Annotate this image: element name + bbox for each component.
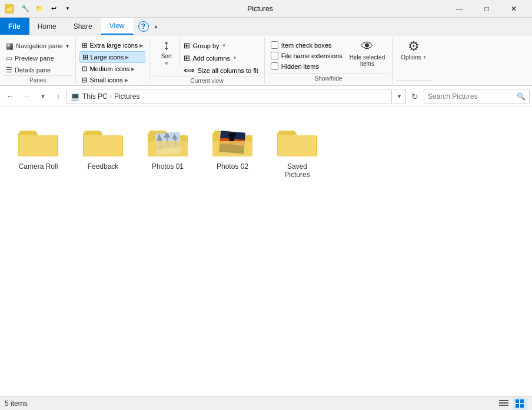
hidden-items-checkbox[interactable]	[271, 62, 278, 70]
path-segment-pictures: Pictures	[114, 92, 139, 101]
qat-dropdown-btn[interactable]: ▼	[61, 2, 74, 15]
extra-large-icons-btn[interactable]: ⊞ Extra large icons ▶	[79, 40, 145, 51]
item-checkboxes-label: Item check boxes	[281, 42, 332, 49]
group-by-icon: ⊞	[184, 41, 190, 50]
small-icons-arrow: ▶	[125, 78, 128, 83]
svg-rect-18	[499, 402, 508, 404]
search-box: 🔍	[424, 89, 530, 104]
ribbon-group-currentview: ↕ Sort ▼ ⊞ Group by ▼ ⊞ Add columns	[149, 38, 264, 83]
medium-icons-arrow: ▶	[131, 66, 135, 72]
folder-item-photos01[interactable]: Photos 01	[141, 119, 194, 182]
add-columns-btn[interactable]: ⊞ Add columns ▼	[181, 52, 260, 64]
item-checkboxes-checkbox[interactable]	[271, 41, 278, 49]
status-bar: 5 items	[0, 396, 532, 410]
large-view-icon	[516, 399, 525, 408]
main-window: 📁 🔧 📁 ↩ ▼ Pictures — □ ✕ File Home Share…	[0, 0, 532, 410]
qat-properties-btn[interactable]: 🔧	[19, 2, 32, 15]
folder-svg-photos01	[147, 122, 189, 160]
file-extensions-label: File name extensions	[281, 52, 343, 59]
options-icon: ⚙	[408, 40, 420, 53]
group-by-arrow: ▼	[222, 43, 227, 48]
tab-home[interactable]: Home	[29, 18, 65, 35]
panes-buttons: ▦ Navigation pane ▼ ▭ Preview pane ☰ Det…	[4, 38, 72, 75]
minimize-button[interactable]: —	[446, 0, 473, 18]
currentview-buttons: ↕ Sort ▼ ⊞ Group by ▼ ⊞ Add columns	[153, 38, 260, 76]
panes-column: ▦ Navigation pane ▼ ▭ Preview pane ☰ Det…	[4, 38, 72, 75]
window-icons: 📁	[5, 4, 14, 14]
search-input[interactable]	[428, 92, 517, 101]
folder-svg-saved-pictures	[276, 122, 318, 160]
tab-view[interactable]: View	[101, 18, 134, 35]
refresh-button[interactable]: ↻	[407, 89, 423, 104]
back-button[interactable]: ←	[2, 89, 18, 104]
path-arrow-1: ›	[110, 93, 112, 99]
hidden-items-row[interactable]: Hidden items	[268, 61, 345, 71]
options-btn[interactable]: ⚙ Options ▼	[396, 38, 431, 63]
options-arrow: ▼	[423, 55, 427, 60]
search-icon[interactable]: 🔍	[517, 92, 526, 101]
size-columns-btn[interactable]: ⟺ Size all columns to fit	[181, 65, 260, 76]
ribbon-tabs: File Home Share View ? ▲	[0, 18, 532, 35]
folder-item-photos02[interactable]: Photos 02	[206, 119, 259, 182]
help-button[interactable]: ?	[138, 21, 149, 32]
tab-file[interactable]: File	[0, 18, 29, 35]
options-buttons: ⚙ Options ▼	[396, 38, 431, 80]
window-title: Pictures	[74, 5, 446, 13]
preview-pane-label: Preview pane	[15, 55, 54, 62]
recent-btn[interactable]: ▼	[35, 89, 51, 104]
maximize-button[interactable]: □	[473, 0, 500, 18]
forward-button[interactable]: →	[19, 89, 34, 104]
nav-pane-label: Navigation pane	[16, 42, 63, 49]
details-pane-icon: ☰	[6, 66, 12, 74]
title-bar: 📁 🔧 📁 ↩ ▼ Pictures — □ ✕	[0, 0, 532, 18]
folder-item-feedback[interactable]: Feedback	[77, 119, 129, 182]
hidden-items-label: Hidden items	[281, 63, 319, 70]
medium-icons-btn[interactable]: ⊡ Medium icons ▶	[79, 64, 145, 74]
details-pane-btn[interactable]: ☰ Details pane	[4, 65, 72, 75]
ribbon-group-showhide: Item check boxes File name extensions Hi…	[265, 38, 393, 83]
file-extensions-row[interactable]: File name extensions	[268, 51, 345, 61]
item-checkboxes-row[interactable]: Item check boxes	[268, 40, 345, 50]
large-icons-arrow: ▶	[125, 55, 129, 60]
preview-pane-btn[interactable]: ▭ Preview pane	[4, 53, 72, 64]
preview-pane-icon: ▭	[6, 54, 12, 62]
file-extensions-checkbox[interactable]	[271, 52, 278, 59]
group-by-btn[interactable]: ⊞ Group by ▼	[181, 40, 260, 51]
svg-rect-15	[228, 132, 235, 136]
status-count: 5 items	[5, 399, 28, 408]
folder-icon-feedback	[82, 122, 124, 160]
small-icons-btn[interactable]: ⊟ Small icons ▶	[79, 75, 145, 85]
status-list-view-btn[interactable]	[497, 398, 511, 409]
qat-undo-btn[interactable]: ↩	[47, 2, 60, 15]
folder-item-saved-pictures[interactable]: Saved Pictures	[271, 119, 324, 182]
address-bar: ← → ▼ ↑ 💻 This PC › Pictures ▼ ↻ 🔍	[0, 86, 532, 107]
small-icons-label: Small icons	[89, 76, 122, 84]
nav-pane-arrow: ▼	[65, 44, 70, 49]
folder-label-photos02: Photos 02	[217, 162, 248, 171]
navigation-pane-btn[interactable]: ▦ Navigation pane ▼	[4, 40, 72, 52]
close-button[interactable]: ✕	[500, 0, 527, 18]
add-columns-arrow: ▼	[232, 55, 237, 61]
status-large-view-btn[interactable]	[513, 398, 527, 409]
showhide-buttons: Item check boxes File name extensions Hi…	[268, 38, 389, 74]
ribbon-collapse-btn[interactable]: ▲	[154, 24, 159, 29]
panes-group-label: Panes	[4, 75, 72, 85]
hide-selected-btn[interactable]: 👁 Hide selected items	[346, 38, 389, 69]
folder-grid: Camera Roll Feedback	[12, 119, 520, 182]
sort-by-arrow: ▼	[164, 61, 169, 66]
file-area: Camera Roll Feedback	[0, 107, 532, 194]
up-button[interactable]: ↑	[52, 89, 65, 104]
quick-access-toolbar: 🔧 📁 ↩ ▼	[19, 2, 74, 15]
hide-selected-label: Hide selected items	[350, 54, 385, 67]
large-icons-btn[interactable]: ⊞ Large icons ▶	[79, 51, 145, 63]
address-dropdown-btn[interactable]: ▼	[393, 89, 406, 104]
tab-share[interactable]: Share	[65, 18, 101, 35]
medium-icons-icon: ⊡	[82, 65, 88, 73]
options-group-label	[396, 80, 431, 83]
qat-newfolder-btn[interactable]: 📁	[33, 2, 46, 15]
address-path[interactable]: 💻 This PC › Pictures	[66, 89, 392, 104]
folder-item-camera-roll[interactable]: Camera Roll	[12, 119, 65, 182]
sort-by-btn[interactable]: ↕ Sort ▼	[153, 38, 180, 66]
current-view-column: ⊞ Group by ▼ ⊞ Add columns ▼ ⟺ Size all …	[181, 38, 260, 76]
ribbon-group-layout: ⊞ Extra large icons ▶ ⊞ Large icons ▶ ⊡ …	[76, 38, 149, 83]
